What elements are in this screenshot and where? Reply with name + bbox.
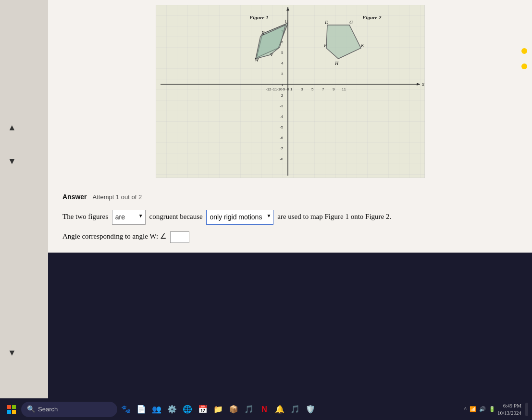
angle-row: Angle corresponding to angle W: ∠ — [62, 231, 518, 243]
angle-symbol: ∠ — [160, 233, 166, 241]
taskbar-app-11[interactable]: 🔔 — [273, 403, 286, 416]
battery-icon: 🔋 — [489, 406, 495, 412]
answer-header: Answer Attempt 1 out of 2 — [62, 192, 518, 201]
search-icon: 🔍 — [27, 405, 35, 413]
time-display: 6:49 PM — [497, 402, 521, 409]
taskbar-search[interactable]: 🔍 Search — [21, 402, 117, 417]
text-middle: congruent because — [149, 213, 202, 220]
svg-text:5: 5 — [311, 87, 314, 91]
svg-text:-6: -6 — [280, 136, 284, 140]
svg-text:G: G — [349, 20, 353, 25]
angle-input[interactable] — [171, 232, 189, 242]
svg-text:-9: -9 — [282, 87, 285, 91]
taskbar-app-5[interactable]: 🌐 — [181, 403, 194, 416]
sidebar: ▲ ▼ ▼ — [0, 0, 48, 398]
svg-text:-8: -8 — [280, 157, 284, 161]
graph-wrapper: x -12 -11 -10 -9 -8 1 3 5 7 9 11 7 6 5 4… — [156, 5, 425, 178]
system-tray: ^ 📶 🔊 🔋 — [464, 406, 495, 412]
deco-dot-1 — [521, 48, 527, 54]
taskbar-app-7[interactable]: 📁 — [211, 403, 225, 416]
taskbar-app-1[interactable]: 🐾 — [119, 403, 133, 416]
taskbar-app-8[interactable]: 📦 — [227, 403, 240, 416]
svg-text:1: 1 — [290, 87, 293, 91]
svg-text:-12: -12 — [266, 87, 272, 91]
start-button[interactable] — [4, 402, 19, 417]
svg-text:K: K — [360, 43, 365, 48]
decorative-right — [521, 48, 527, 69]
taskbar-app-netflix[interactable]: N — [258, 403, 271, 416]
angle-label: Angle corresponding to angle W: — [62, 233, 158, 241]
svg-text:-8: -8 — [285, 87, 289, 91]
svg-rect-1 — [156, 5, 425, 178]
date-display: 10/13/2024 — [497, 409, 521, 416]
svg-text:F: F — [323, 43, 327, 48]
dropdown1-chevron: ▼ — [138, 212, 143, 220]
svg-rect-48 — [12, 410, 16, 414]
dropdown1-value: are — [115, 213, 125, 221]
dropdown2-value: only rigid motions — [210, 213, 262, 221]
taskbar-app-13[interactable]: 🛡️ — [304, 403, 317, 416]
svg-text:11: 11 — [342, 87, 346, 91]
answer-section: Answer Attempt 1 out of 2 The two figure… — [48, 183, 532, 253]
graph-container: x -12 -11 -10 -9 -8 1 3 5 7 9 11 7 6 5 4… — [48, 0, 532, 183]
deco-dot-2 — [521, 64, 527, 69]
svg-text:U: U — [285, 19, 288, 24]
are-dropdown[interactable]: are ▼ — [112, 210, 146, 225]
volume-icon[interactable]: 🔊 — [479, 406, 486, 412]
svg-text:3: 3 — [301, 87, 303, 91]
svg-text:Figure 1: Figure 1 — [249, 14, 268, 20]
svg-text:4: 4 — [281, 61, 284, 65]
taskbar-app-4[interactable]: ⚙️ — [165, 403, 179, 416]
svg-rect-47 — [7, 410, 11, 414]
svg-text:7: 7 — [322, 87, 324, 91]
sentence-start: The two figures — [62, 213, 108, 220]
svg-rect-46 — [12, 405, 16, 409]
taskbar-app-3[interactable]: 👥 — [150, 403, 163, 416]
taskbar-app-12[interactable]: 🎵 — [288, 403, 302, 416]
taskbar-app-2[interactable]: 📄 — [135, 403, 148, 416]
svg-text:5: 5 — [281, 51, 284, 55]
svg-text:9: 9 — [333, 87, 335, 91]
text-end: are used to map Figure 1 onto Figure 2. — [277, 213, 391, 220]
svg-text:-4: -4 — [280, 115, 284, 119]
svg-text:H: H — [334, 61, 339, 66]
svg-text:-2: -2 — [280, 93, 284, 98]
rigid-motions-dropdown[interactable]: only rigid motions ▼ — [206, 210, 273, 225]
taskbar-clock[interactable]: 6:49 PM 10/13/2024 — [497, 402, 521, 416]
answer-label: Answer — [62, 193, 87, 201]
taskbar-app-6[interactable]: 📅 — [196, 403, 210, 416]
svg-rect-45 — [7, 405, 11, 409]
answer-sentence-row: The two figures are ▼ congruent because … — [62, 210, 518, 225]
dropdown2-chevron: ▼ — [267, 212, 272, 220]
svg-text:x: x — [422, 82, 424, 87]
coordinate-graph: x -12 -11 -10 -9 -8 1 3 5 7 9 11 7 6 5 4… — [156, 5, 425, 178]
network-icon: 📶 — [470, 406, 476, 412]
angle-input-box[interactable] — [170, 231, 189, 243]
svg-text:D: D — [324, 20, 329, 25]
svg-text:Figure 2: Figure 2 — [362, 14, 382, 20]
nav-bottom-button[interactable]: ▼ — [5, 345, 19, 360]
taskbar: 🔍 Search 🐾 📄 👥 ⚙️ 🌐 📅 📁 📦 🎵 N 🔔 🎵 🛡️ — [0, 398, 532, 420]
search-text: Search — [38, 406, 58, 413]
taskbar-app-9[interactable]: 🎵 — [242, 403, 256, 416]
svg-text:-7: -7 — [280, 146, 284, 151]
svg-text:1: 1 — [281, 83, 284, 87]
chevron-up-icon[interactable]: ^ — [464, 407, 467, 412]
windows-icon — [7, 405, 16, 414]
nav-up-button[interactable]: ▲ — [5, 120, 19, 135]
nav-down-button[interactable]: ▼ — [5, 154, 19, 168]
svg-text:3: 3 — [281, 72, 284, 76]
svg-text:X: X — [261, 30, 265, 36]
svg-text:-3: -3 — [280, 104, 284, 108]
attempt-text: Attempt 1 out of 2 — [93, 193, 142, 201]
svg-text:-5: -5 — [280, 125, 284, 129]
show-desktop-button[interactable] — [525, 403, 528, 416]
